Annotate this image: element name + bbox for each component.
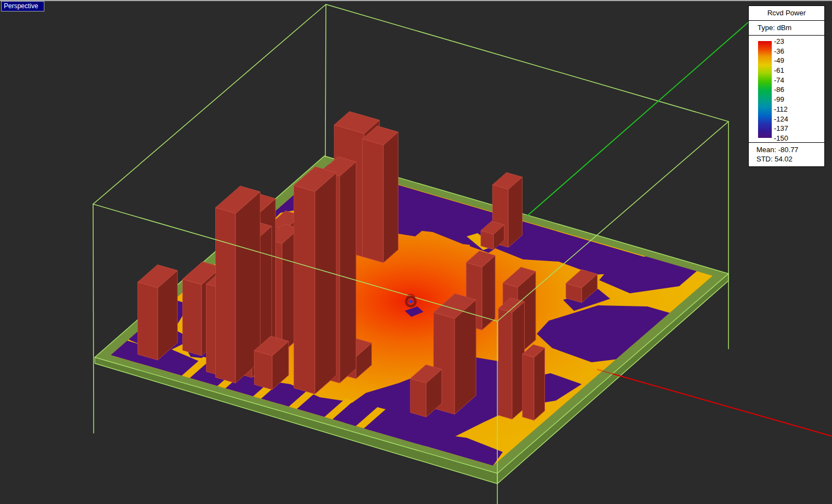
scale-value: -74 <box>774 76 788 85</box>
scale-value: -150 <box>774 134 788 143</box>
scale-value: -49 <box>774 56 788 66</box>
scale-value: -124 <box>774 114 788 124</box>
building-box <box>216 186 261 383</box>
legend-scale-values: -23 -36 -49 -61 -74 -86 -99 -112 -124 -1… <box>774 37 788 143</box>
app-window: Perspective Rcvd Power Type: dBm -23 -36… <box>0 0 832 504</box>
legend-colorbar <box>758 41 772 138</box>
3d-viewport[interactable] <box>0 0 832 504</box>
legend-scale: -23 -36 -49 -61 -74 -86 -99 -112 -124 -1… <box>749 36 824 143</box>
building-box <box>138 265 178 360</box>
building-box <box>523 345 545 420</box>
legend-title: Rcvd Power <box>749 6 824 21</box>
legend-mean: Mean: -80.77 <box>756 145 824 154</box>
building-box <box>363 126 398 263</box>
scale-value: -36 <box>774 47 788 56</box>
scale-value: -61 <box>774 66 788 76</box>
building-box <box>294 167 337 394</box>
view-mode-label: Perspective <box>1 1 44 11</box>
scale-value: -23 <box>774 37 788 47</box>
scale-value: -137 <box>774 124 788 134</box>
legend-panel: Rcvd Power Type: dBm -23 -36 -49 -61 -74… <box>748 5 825 167</box>
building-box <box>498 298 525 419</box>
scale-value: -112 <box>774 105 788 114</box>
legend-type: Type: dBm <box>749 21 824 36</box>
scale-value: -99 <box>774 95 788 105</box>
scale-value: -86 <box>774 85 788 95</box>
legend-std: STD: 54.02 <box>756 154 824 164</box>
